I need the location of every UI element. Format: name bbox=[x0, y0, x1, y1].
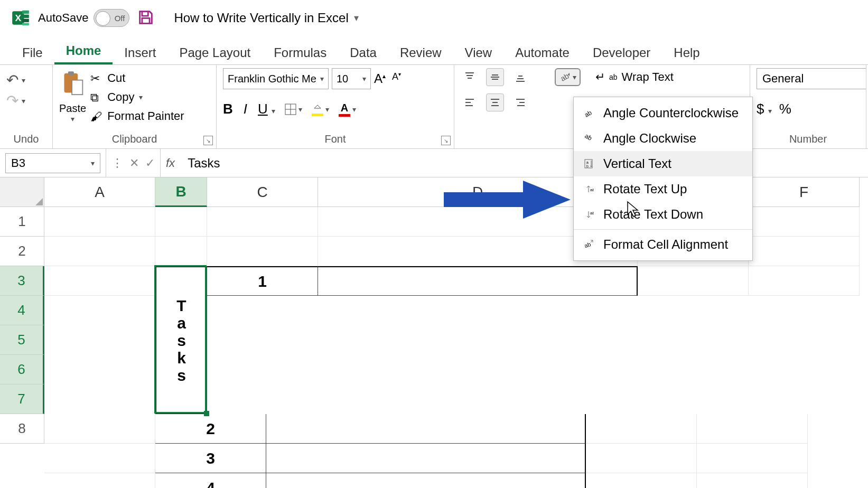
align-right-button[interactable] bbox=[511, 93, 529, 111]
document-title[interactable]: How to Write Vertically in Excel ▾ bbox=[174, 11, 358, 25]
cell[interactable] bbox=[586, 473, 697, 488]
align-bottom-button[interactable] bbox=[511, 68, 529, 86]
tab-help[interactable]: Help bbox=[662, 41, 711, 64]
menu-angle-ccw[interactable]: abAngle Counterclockwise bbox=[574, 100, 752, 126]
fill-color-button[interactable]: ▾ bbox=[312, 102, 329, 116]
cell[interactable] bbox=[697, 414, 808, 444]
format-painter-button[interactable]: 🖌Format Painter bbox=[90, 109, 184, 123]
cell[interactable] bbox=[318, 266, 638, 296]
row-header[interactable]: 1 bbox=[0, 207, 44, 237]
cell[interactable] bbox=[266, 473, 586, 488]
align-left-button[interactable] bbox=[461, 93, 479, 111]
currency-button[interactable]: $ ▾ bbox=[757, 101, 772, 117]
row-header[interactable]: 5 bbox=[0, 325, 44, 355]
menu-angle-cw[interactable]: abAngle Clockwise bbox=[574, 126, 752, 151]
align-middle-button[interactable] bbox=[486, 68, 504, 86]
column-header[interactable]: B bbox=[155, 177, 207, 207]
cell[interactable] bbox=[44, 444, 155, 473]
orientation-button[interactable]: ab ▾ bbox=[555, 68, 581, 86]
menu-rotate-down[interactable]: abRotate Text Down bbox=[574, 202, 752, 227]
tab-page-layout[interactable]: Page Layout bbox=[167, 41, 262, 64]
cell[interactable] bbox=[586, 444, 697, 473]
cell[interactable] bbox=[44, 473, 155, 488]
cell[interactable] bbox=[749, 237, 860, 266]
cell[interactable]: 3 bbox=[155, 444, 266, 473]
row-header[interactable]: 4 bbox=[0, 296, 44, 325]
cell[interactable] bbox=[697, 473, 808, 488]
tab-file[interactable]: File bbox=[11, 41, 54, 64]
tab-home[interactable]: Home bbox=[54, 39, 113, 64]
menu-format-cell-alignment[interactable]: abFormat Cell Alignment bbox=[574, 232, 752, 257]
font-name-select[interactable]: Franklin Gothic Me▾ bbox=[223, 68, 329, 89]
column-header[interactable]: F bbox=[749, 177, 860, 207]
select-all-corner[interactable] bbox=[0, 177, 44, 207]
align-top-button[interactable] bbox=[461, 68, 479, 86]
column-header[interactable]: C bbox=[207, 177, 318, 207]
toggle-switch[interactable]: Off bbox=[94, 9, 129, 27]
dialog-launcher-icon[interactable]: ↘ bbox=[203, 136, 213, 145]
kebab-icon[interactable]: ⋮ bbox=[111, 156, 123, 170]
cancel-icon[interactable]: ✕ bbox=[129, 156, 139, 170]
bold-button[interactable]: B bbox=[223, 101, 233, 117]
undo-button[interactable]: ↶ ▾ bbox=[6, 71, 25, 89]
cell[interactable] bbox=[697, 444, 808, 473]
cell[interactable] bbox=[44, 266, 155, 296]
cell[interactable] bbox=[207, 207, 318, 237]
cell[interactable]: Tasks bbox=[155, 266, 207, 414]
tab-review[interactable]: Review bbox=[388, 41, 453, 64]
row-header[interactable]: 3 bbox=[0, 266, 44, 296]
dialog-launcher-icon[interactable]: ↘ bbox=[441, 136, 451, 145]
tab-automate[interactable]: Automate bbox=[503, 41, 581, 64]
cell[interactable] bbox=[266, 414, 586, 444]
tab-data[interactable]: Data bbox=[338, 41, 388, 64]
fx-icon[interactable]: fx bbox=[161, 156, 180, 170]
column-header[interactable]: A bbox=[44, 177, 155, 207]
row-header[interactable]: 2 bbox=[0, 237, 44, 266]
save-icon[interactable] bbox=[137, 8, 156, 27]
percent-button[interactable]: % bbox=[779, 101, 791, 117]
increase-font-button[interactable]: A▴ bbox=[374, 71, 386, 86]
borders-button[interactable]: ▾ bbox=[285, 104, 302, 115]
cell[interactable] bbox=[749, 207, 860, 237]
chevron-down-icon[interactable]: ▾ bbox=[354, 12, 359, 24]
decrease-font-button[interactable]: A▾ bbox=[392, 71, 401, 86]
fill-handle[interactable] bbox=[204, 411, 209, 416]
cut-button[interactable]: ✂Cut bbox=[90, 71, 184, 85]
number-format-select[interactable]: General bbox=[757, 68, 866, 89]
name-box[interactable]: B3▾ bbox=[5, 153, 100, 173]
cell[interactable] bbox=[44, 207, 155, 237]
redo-button[interactable]: ↷ ▾ bbox=[6, 92, 25, 109]
cell[interactable] bbox=[586, 414, 697, 444]
cell[interactable] bbox=[155, 207, 207, 237]
tab-view[interactable]: View bbox=[453, 41, 504, 64]
chevron-down-icon[interactable]: ▾ bbox=[71, 115, 74, 123]
cell[interactable]: 2 bbox=[155, 414, 266, 444]
font-size-select[interactable]: 10▾ bbox=[332, 68, 371, 89]
autosave-toggle[interactable]: AutoSave Off bbox=[38, 9, 129, 27]
font-color-button[interactable]: A ▾ bbox=[339, 102, 356, 117]
italic-button[interactable]: I bbox=[244, 101, 247, 117]
row-header[interactable]: 8 bbox=[0, 414, 44, 444]
cell[interactable] bbox=[638, 266, 749, 296]
row-header[interactable]: 7 bbox=[0, 384, 44, 414]
cell[interactable] bbox=[266, 444, 586, 473]
cell[interactable] bbox=[44, 237, 155, 266]
cell[interactable] bbox=[44, 414, 155, 444]
underline-button[interactable]: U ▾ bbox=[258, 101, 275, 117]
cell[interactable]: 4 bbox=[155, 473, 266, 488]
row-header[interactable]: 6 bbox=[0, 355, 44, 384]
cell[interactable]: 1 bbox=[207, 266, 318, 296]
menu-rotate-up[interactable]: abRotate Text Up bbox=[574, 176, 752, 202]
enter-icon[interactable]: ✓ bbox=[145, 156, 155, 170]
paste-button[interactable]: Paste ▾ bbox=[59, 68, 86, 123]
cell[interactable] bbox=[207, 237, 318, 266]
formula-input[interactable]: Tasks bbox=[180, 156, 868, 171]
tab-insert[interactable]: Insert bbox=[113, 41, 167, 64]
tab-developer[interactable]: Developer bbox=[581, 41, 662, 64]
menu-vertical-text[interactable]: abVertical Text bbox=[574, 151, 752, 176]
copy-button[interactable]: ⧉Copy ▾ bbox=[90, 90, 184, 104]
cell[interactable] bbox=[155, 237, 207, 266]
wrap-text-button[interactable]: ↵ab Wrap Text bbox=[595, 70, 677, 84]
tab-formulas[interactable]: Formulas bbox=[262, 41, 338, 64]
align-center-button[interactable] bbox=[486, 93, 504, 111]
